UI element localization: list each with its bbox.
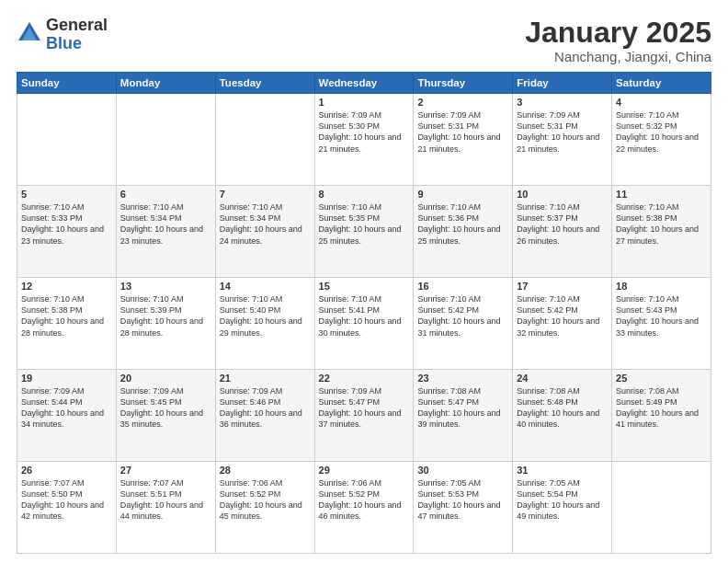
day-cell: 9Sunrise: 7:10 AM Sunset: 5:36 PM Daylig… [414,186,513,278]
day-detail: Sunrise: 7:10 AM Sunset: 5:43 PM Dayligh… [616,293,707,339]
th-tuesday: Tuesday [215,73,314,94]
day-detail: Sunrise: 7:08 AM Sunset: 5:47 PM Dayligh… [417,385,508,431]
day-number: 20 [120,373,211,384]
calendar-table: Sunday Monday Tuesday Wednesday Thursday… [17,72,711,554]
calendar-page: General Blue January 2025 Nanchang, Jian… [0,0,728,563]
week-row-2: 5Sunrise: 7:10 AM Sunset: 5:33 PM Daylig… [17,186,711,278]
logo-blue: Blue [46,35,108,53]
week-row-4: 19Sunrise: 7:09 AM Sunset: 5:44 PM Dayli… [17,370,711,462]
th-saturday: Saturday [612,73,711,94]
day-cell: 11Sunrise: 7:10 AM Sunset: 5:38 PM Dayli… [612,186,711,278]
day-detail: Sunrise: 7:09 AM Sunset: 5:31 PM Dayligh… [417,109,508,155]
day-detail: Sunrise: 7:08 AM Sunset: 5:48 PM Dayligh… [517,385,608,431]
day-number: 7 [220,189,311,200]
day-cell: 13Sunrise: 7:10 AM Sunset: 5:39 PM Dayli… [116,278,215,370]
day-detail: Sunrise: 7:10 AM Sunset: 5:39 PM Dayligh… [120,293,211,339]
day-number: 2 [417,97,508,108]
day-detail: Sunrise: 7:10 AM Sunset: 5:41 PM Dayligh… [319,293,410,339]
day-cell: 23Sunrise: 7:08 AM Sunset: 5:47 PM Dayli… [414,370,513,462]
th-sunday: Sunday [17,73,117,94]
day-detail: Sunrise: 7:07 AM Sunset: 5:50 PM Dayligh… [21,477,112,523]
day-cell: 1Sunrise: 7:09 AM Sunset: 5:30 PM Daylig… [314,94,414,186]
day-cell: 16Sunrise: 7:10 AM Sunset: 5:42 PM Dayli… [414,278,513,370]
title-block: January 2025 Nanchang, Jiangxi, China [525,17,711,64]
day-number: 11 [616,189,707,200]
day-number: 5 [21,189,112,200]
day-cell: 24Sunrise: 7:08 AM Sunset: 5:48 PM Dayli… [513,370,612,462]
day-detail: Sunrise: 7:05 AM Sunset: 5:54 PM Dayligh… [517,477,608,523]
th-thursday: Thursday [414,73,513,94]
day-cell [215,94,314,186]
day-cell [17,94,117,186]
day-number: 13 [120,281,211,292]
day-detail: Sunrise: 7:10 AM Sunset: 5:34 PM Dayligh… [220,201,311,247]
day-cell: 5Sunrise: 7:10 AM Sunset: 5:33 PM Daylig… [17,186,117,278]
day-cell: 20Sunrise: 7:09 AM Sunset: 5:45 PM Dayli… [116,370,215,462]
day-cell: 28Sunrise: 7:06 AM Sunset: 5:52 PM Dayli… [215,462,314,554]
day-number: 25 [616,373,707,384]
day-number: 23 [417,373,508,384]
day-cell: 8Sunrise: 7:10 AM Sunset: 5:35 PM Daylig… [314,186,414,278]
day-detail: Sunrise: 7:09 AM Sunset: 5:47 PM Dayligh… [319,385,410,431]
day-cell: 4Sunrise: 7:10 AM Sunset: 5:32 PM Daylig… [612,94,711,186]
day-detail: Sunrise: 7:10 AM Sunset: 5:38 PM Dayligh… [21,293,112,339]
day-detail: Sunrise: 7:10 AM Sunset: 5:40 PM Dayligh… [220,293,311,339]
day-cell: 25Sunrise: 7:08 AM Sunset: 5:49 PM Dayli… [612,370,711,462]
day-number: 15 [319,281,410,292]
day-detail: Sunrise: 7:09 AM Sunset: 5:44 PM Dayligh… [21,385,112,431]
th-wednesday: Wednesday [314,73,414,94]
day-detail: Sunrise: 7:10 AM Sunset: 5:34 PM Dayligh… [120,201,211,247]
day-number: 3 [517,97,608,108]
day-detail: Sunrise: 7:05 AM Sunset: 5:53 PM Dayligh… [417,477,508,523]
day-detail: Sunrise: 7:06 AM Sunset: 5:52 PM Dayligh… [220,477,311,523]
day-cell: 7Sunrise: 7:10 AM Sunset: 5:34 PM Daylig… [215,186,314,278]
day-number: 31 [517,465,608,476]
day-number: 4 [616,97,707,108]
day-detail: Sunrise: 7:10 AM Sunset: 5:38 PM Dayligh… [616,201,707,247]
day-cell: 6Sunrise: 7:10 AM Sunset: 5:34 PM Daylig… [116,186,215,278]
day-cell: 3Sunrise: 7:09 AM Sunset: 5:31 PM Daylig… [513,94,612,186]
day-number: 9 [417,189,508,200]
week-row-5: 26Sunrise: 7:07 AM Sunset: 5:50 PM Dayli… [17,462,711,554]
header-row: Sunday Monday Tuesday Wednesday Thursday… [17,73,711,94]
day-number: 29 [319,465,410,476]
day-number: 19 [21,373,112,384]
day-detail: Sunrise: 7:08 AM Sunset: 5:49 PM Dayligh… [616,385,707,431]
day-number: 1 [319,97,410,108]
logo-icon [17,20,42,46]
day-cell: 29Sunrise: 7:06 AM Sunset: 5:52 PM Dayli… [314,462,414,554]
day-number: 30 [417,465,508,476]
day-detail: Sunrise: 7:09 AM Sunset: 5:46 PM Dayligh… [220,385,311,431]
week-row-3: 12Sunrise: 7:10 AM Sunset: 5:38 PM Dayli… [17,278,711,370]
day-cell: 19Sunrise: 7:09 AM Sunset: 5:44 PM Dayli… [17,370,117,462]
logo: General Blue [17,17,108,53]
day-detail: Sunrise: 7:10 AM Sunset: 5:42 PM Dayligh… [517,293,608,339]
day-cell: 27Sunrise: 7:07 AM Sunset: 5:51 PM Dayli… [116,462,215,554]
day-detail: Sunrise: 7:10 AM Sunset: 5:35 PM Dayligh… [319,201,410,247]
day-number: 12 [21,281,112,292]
day-cell: 14Sunrise: 7:10 AM Sunset: 5:40 PM Dayli… [215,278,314,370]
day-detail: Sunrise: 7:10 AM Sunset: 5:33 PM Dayligh… [21,201,112,247]
day-cell: 17Sunrise: 7:10 AM Sunset: 5:42 PM Dayli… [513,278,612,370]
day-detail: Sunrise: 7:10 AM Sunset: 5:42 PM Dayligh… [417,293,508,339]
calendar-subtitle: Nanchang, Jiangxi, China [525,49,711,64]
day-number: 27 [120,465,211,476]
day-cell: 26Sunrise: 7:07 AM Sunset: 5:50 PM Dayli… [17,462,117,554]
day-number: 18 [616,281,707,292]
th-monday: Monday [116,73,215,94]
day-cell: 21Sunrise: 7:09 AM Sunset: 5:46 PM Dayli… [215,370,314,462]
day-detail: Sunrise: 7:10 AM Sunset: 5:36 PM Dayligh… [417,201,508,247]
week-row-1: 1Sunrise: 7:09 AM Sunset: 5:30 PM Daylig… [17,94,711,186]
header: General Blue January 2025 Nanchang, Jian… [17,17,711,64]
calendar-title: January 2025 [525,17,711,49]
day-number: 26 [21,465,112,476]
day-number: 24 [517,373,608,384]
day-number: 28 [220,465,311,476]
day-cell: 2Sunrise: 7:09 AM Sunset: 5:31 PM Daylig… [414,94,513,186]
day-cell [116,94,215,186]
day-detail: Sunrise: 7:06 AM Sunset: 5:52 PM Dayligh… [319,477,410,523]
logo-general: General [46,17,108,35]
day-number: 8 [319,189,410,200]
day-detail: Sunrise: 7:09 AM Sunset: 5:45 PM Dayligh… [120,385,211,431]
day-cell: 18Sunrise: 7:10 AM Sunset: 5:43 PM Dayli… [612,278,711,370]
